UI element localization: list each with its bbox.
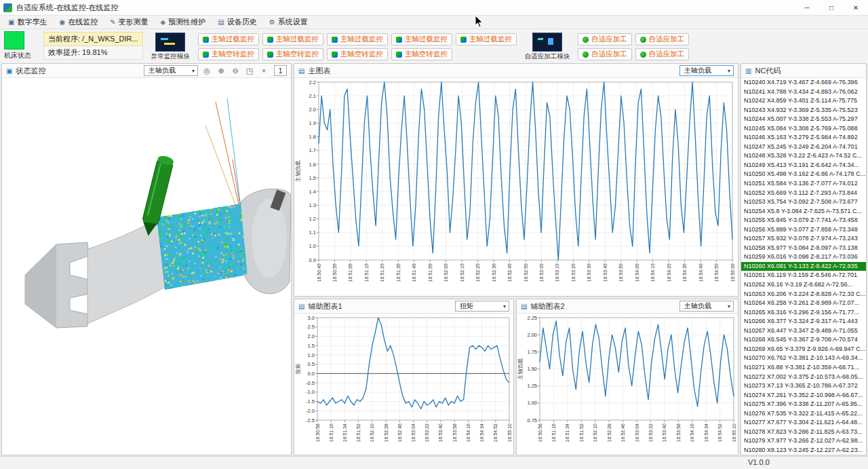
nc-line[interactable]: N10255 X5.845 Y-3.079 Z-7.741 A-73.458: [741, 216, 866, 225]
nc-line[interactable]: N10243 X4.932 Y-3.369 Z-5.335 A-75.523: [741, 106, 866, 115]
svg-text:主轴负载: 主轴负载: [517, 358, 524, 381]
zoom-out-icon[interactable]: ⊖: [230, 67, 241, 75]
aux-chart2-dropdown[interactable]: 主轴负载 ▾: [679, 301, 734, 312]
nc-line[interactable]: N10262 X6.16 Y-3.19 Z-8.682 A-72.56...: [741, 280, 866, 290]
nc-line[interactable]: N10250 X5.498 Y-3.162 Z-6.86 A-74.178 C.…: [741, 170, 866, 179]
spindle-monitor-button-1-0[interactable]: 主轴空转监控: [198, 48, 259, 60]
button-label: 自适应加工: [591, 50, 627, 59]
nc-line[interactable]: N10271 X6.88 Y-3.381 Z-10.359 A-68.71...: [741, 363, 866, 373]
menu-item-deform-measure[interactable]: ✎变形测量: [104, 16, 154, 29]
measurement-band: [155, 202, 250, 292]
nc-line[interactable]: N10280 X8.123 Y-3.245 Z-12.227 A-62.23..…: [741, 446, 866, 455]
chevron-down-icon: ▾: [192, 68, 195, 74]
svg-text:16:52:46: 16:52:46: [397, 424, 402, 442]
aux-chart1-dropdown[interactable]: 扭矩 ▾: [455, 301, 509, 312]
nc-line[interactable]: N10242 X4.859 Y-3.401 Z-5.114 A-75.775: [741, 96, 866, 106]
minimize-button[interactable]: ─: [795, 0, 819, 15]
svg-text:0.0: 0.0: [308, 371, 315, 377]
adaptive-module-label: 自适应加工模块: [525, 52, 570, 61]
svg-text:16:55:10: 16:55:10: [507, 424, 512, 442]
adaptive-icon: [640, 37, 646, 43]
nc-code-panel: ▥ NC代码 N10240 X4.719 Y-3.467 Z-4.669 A-7…: [741, 63, 867, 455]
chevron-down-icon: ▾: [503, 303, 506, 309]
nc-line[interactable]: N10252 X5.669 Y-3.112 Z-7.293 A-73.844: [741, 189, 866, 198]
adaptive-button-0-0[interactable]: 自适应加工: [578, 33, 632, 45]
nc-line[interactable]: N10254 X5.8 Y-3.084 Z-7.625 A-73.571 C..…: [741, 207, 866, 217]
fit-view-icon[interactable]: ◳: [244, 67, 255, 75]
nc-line[interactable]: N10247 X5.245 Y-3.249 Z-6.204 A-74.701: [741, 143, 866, 152]
nc-line[interactable]: N10251 X5.584 Y-3.136 Z-7.077 A-74.012: [741, 179, 866, 189]
nc-line-selected[interactable]: N10260 X6.081 Y-3.133 Z-8.422 A-72.835: [741, 262, 866, 271]
predictive-maintenance-icon: ◈: [161, 18, 166, 26]
button-label: 主轴过载监控: [405, 35, 448, 44]
nc-line[interactable]: N10246 X5.163 Y-3.279 Z-5.984 A-74.892: [741, 133, 866, 143]
nc-line[interactable]: N10276 X7.535 Y-3.322 Z-11.415 A-65.22..…: [741, 409, 866, 419]
model-3d[interactable]: [2, 78, 291, 455]
menu-item-digital-twin[interactable]: ▣数字孪生: [2, 16, 53, 29]
spindle-monitor-button-0-4[interactable]: 主轴过载监控: [456, 33, 517, 45]
maximize-button[interactable]: □: [819, 0, 844, 15]
spindle-monitor-icon: [267, 37, 273, 43]
aux-chart1-plot: 16:50:5816:51:1616:51:3416:51:5216:52:10…: [294, 314, 513, 455]
spindle-monitor-button-1-3[interactable]: 主轴空转监控: [391, 48, 452, 60]
svg-text:1.4: 1.4: [309, 189, 316, 195]
nc-line[interactable]: N10257 X5.932 Y-3.078 Z-7.974 A-73.243: [741, 234, 866, 244]
spindle-monitor-button-0-3[interactable]: 主轴过载监控: [391, 33, 452, 45]
main-chart-selector-value: 主轴负载: [684, 66, 711, 75]
nc-line[interactable]: N10266 X6.377 Y-3.324 Z-9.317 A-71.443: [741, 317, 866, 326]
nc-line[interactable]: N10261 X6.119 Y-3.159 Z-8.546 A-72.701: [741, 271, 866, 280]
nc-line[interactable]: N10267 X6.447 Y-3.347 Z-9.489 A-71.055: [741, 326, 866, 336]
nc-line[interactable]: N10277 X7.677 Y-3.304 Z-11.621 A-64.48..…: [741, 418, 866, 428]
nc-line[interactable]: N10278 X7.823 Y-3.286 Z-11.825 A-63.73..…: [741, 428, 866, 437]
nc-line[interactable]: N10240 X4.719 Y-3.467 Z-4.669 A-76.396: [741, 78, 866, 88]
clear-view-icon[interactable]: ×: [258, 67, 269, 75]
nc-line[interactable]: N10258 X5.977 Y-3.084 Z-8.097 A-73.138: [741, 244, 866, 253]
nc-line[interactable]: N10241 X4.788 Y-3.434 Z-4.893 A-76.062: [741, 88, 866, 97]
menu-item-predictive-maintenance[interactable]: ◈预测性维护: [155, 16, 212, 29]
adaptive-button-0-1[interactable]: 自适应加工: [635, 33, 690, 45]
adaptive-button-1-0[interactable]: 自适应加工: [578, 48, 632, 60]
nc-line[interactable]: N10259 X6.016 Y-3.098 Z-8.217 A-73.036: [741, 252, 866, 262]
anomaly-module[interactable]: 异常监控模块: [151, 33, 190, 61]
nc-line[interactable]: N10268 X6.545 Y-3.367 Z-9.708 A-70.574: [741, 335, 866, 345]
nc-line[interactable]: N10245 X5.084 Y-3.308 Z-5.769 A-75.088: [741, 124, 866, 134]
reset-view-icon[interactable]: ◎: [201, 67, 212, 75]
nc-line[interactable]: N10264 X6.258 Y-3.261 Z-8.989 A-72.07...: [741, 299, 866, 308]
nc-line[interactable]: N10265 X6.316 Y-3.296 Z-9.156 A-71.77...: [741, 308, 866, 318]
close-button[interactable]: ✕: [844, 0, 868, 15]
spindle-monitor-button-1-1[interactable]: 主轴空转监控: [262, 48, 323, 60]
nc-line[interactable]: N10272 X7.002 Y-3.375 Z-10.573 A-68.05..…: [741, 373, 866, 382]
spindle-monitor-button-0-1[interactable]: 主轴过载监控: [262, 33, 323, 45]
svg-text:16:52:39: 16:52:39: [492, 263, 496, 282]
nc-line[interactable]: N10256 X5.889 Y-3.077 Z-7.858 A-73.348: [741, 225, 866, 235]
spindle-monitor-button-1-2[interactable]: 主轴空转监控: [327, 48, 388, 60]
nc-line[interactable]: N10244 X5.007 Y-3.338 Z-5.553 A-75.297: [741, 115, 866, 124]
page-indicator[interactable]: 1: [274, 65, 287, 76]
nc-line[interactable]: N10249 X5.413 Y-3.191 Z-6.642 A-74.34...: [741, 161, 866, 170]
menu-item-system-settings[interactable]: ⚙系统设置: [263, 16, 314, 29]
svg-text:16:53:29: 16:53:29: [571, 263, 576, 282]
adaptive-module[interactable]: 自适应加工模块: [525, 33, 570, 61]
spindle-monitor-button-0-0[interactable]: 主轴过载监控: [198, 33, 259, 45]
nc-line[interactable]: N10263 X6.206 Y-3.224 Z-8.828 A-72.33 C.…: [741, 290, 866, 299]
nc-line[interactable]: N10269 X6.65 Y-3.379 Z-9.926 A-69.947 C.…: [741, 345, 866, 354]
nc-line[interactable]: N10273 X7.13 Y-3.365 Z-10.786 A-67.372: [741, 381, 866, 391]
zoom-in-icon[interactable]: ⊕: [216, 67, 226, 75]
nc-line[interactable]: N10270 X6.762 Y-3.381 Z-10.143 A-69.34..…: [741, 354, 866, 363]
nc-line[interactable]: N10275 X7.396 Y-3.338 Z-11.207 A-65.95..…: [741, 400, 866, 409]
menu-item-device-history[interactable]: ▤设备历史: [212, 16, 262, 29]
model-viewport[interactable]: [2, 78, 291, 455]
svg-text:-2.5: -2.5: [306, 417, 315, 424]
svg-text:1.6: 1.6: [309, 162, 316, 168]
adaptive-button-1-1[interactable]: 自适应加工: [635, 48, 690, 60]
nc-line[interactable]: N10248 X5.328 Y-3.22 Z-6.423 A-74.52 C..…: [741, 151, 866, 161]
spindle-monitor-button-0-2[interactable]: 主轴过载监控: [327, 33, 388, 45]
nc-line[interactable]: N10253 X5.754 Y-3.092 Z-7.508 A-73.677: [741, 198, 866, 207]
nc-line[interactable]: N10279 X7.977 Y-3.266 Z-12.027 A-62.98..…: [741, 436, 866, 446]
nc-line[interactable]: N10274 X7.261 Y-3.352 Z-10.998 A-66.67..…: [741, 391, 866, 400]
svg-text:16:53:09: 16:53:09: [539, 263, 544, 282]
machine-status-label: 机床状态: [4, 51, 35, 60]
status-view-dropdown[interactable]: 主轴负载 ▾: [144, 65, 198, 76]
menu-item-online-monitor[interactable]: ◉在线监控: [53, 16, 104, 29]
main-chart-dropdown[interactable]: 主轴负载 ▾: [679, 65, 734, 76]
